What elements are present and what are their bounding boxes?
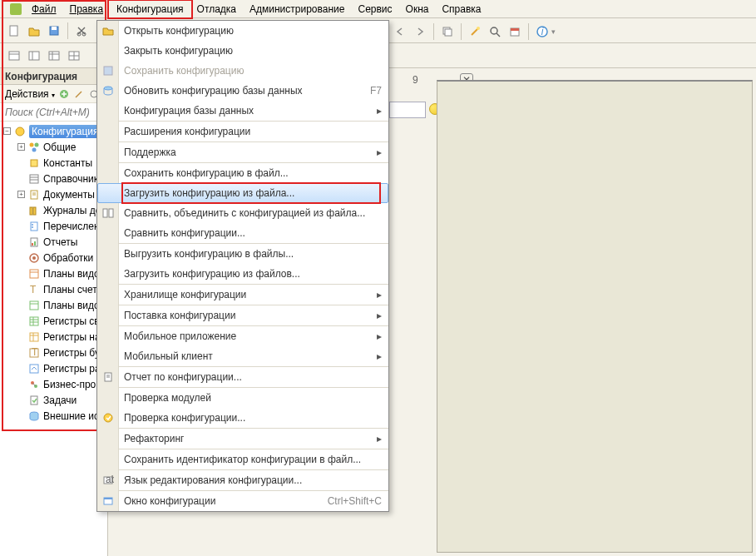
app-icon: [7, 0, 25, 18]
tree-item[interactable]: +Документы: [0, 186, 107, 202]
tab-number: 9: [413, 74, 418, 86]
tree-item[interactable]: Регистры расчета: [0, 360, 107, 376]
menu-help[interactable]: Справка: [435, 2, 487, 17]
svg-point-28: [30, 142, 34, 146]
menu-compare[interactable]: Сравнить конфигурации...: [97, 223, 388, 243]
menu-file[interactable]: Файл: [25, 2, 63, 17]
tree-item[interactable]: ТРегистры бухгалтерии: [0, 345, 107, 360]
menu-import-files[interactable]: Загрузить конфигурацию из файлов...: [97, 264, 388, 284]
menu-mobile-app[interactable]: Мобильное приложение▸: [97, 326, 388, 346]
svg-rect-3: [52, 27, 57, 30]
menu-repository[interactable]: Хранилище конфигурации▸: [97, 285, 388, 305]
magnify-icon[interactable]: [486, 22, 504, 41]
menu-load-from-file[interactable]: Загрузить конфигурацию из файла...: [97, 183, 388, 203]
menu-configuration[interactable]: Конфигурация: [110, 2, 190, 17]
tree-item[interactable]: Бизнес-процессы: [0, 376, 107, 392]
svg-text:ab: ab: [106, 474, 114, 485]
arrow-back-icon[interactable]: [391, 22, 409, 41]
open-icon[interactable]: [25, 22, 43, 40]
svg-rect-6: [9, 52, 19, 60]
content-area: [437, 80, 753, 553]
menu-close-config[interactable]: Закрыть конфигурацию: [97, 41, 388, 61]
chevron-right-icon: ▸: [377, 433, 382, 444]
menu-edit-lang[interactable]: abЯзык редактирования конфигурации...: [97, 470, 388, 490]
tree-item[interactable]: Константы: [0, 155, 107, 171]
search-input[interactable]: [0, 103, 107, 121]
tree-item[interactable]: Журналы документов: [0, 202, 107, 218]
arrow-forward-icon[interactable]: [411, 22, 429, 41]
db-update-icon: [101, 83, 116, 98]
menu-edit[interactable]: Правка: [63, 2, 111, 17]
actions-dropdown[interactable]: Действия ▾: [5, 88, 55, 100]
svg-rect-53: [30, 317, 38, 325]
cut-icon[interactable]: [72, 22, 91, 40]
svg-rect-79: [104, 498, 112, 499]
menu-mobile-client[interactable]: Мобильный клиент▸: [97, 346, 388, 366]
menu-save-to-file[interactable]: Сохранить конфигурацию в файл...: [97, 163, 388, 183]
save-icon: [101, 63, 116, 78]
tree-item[interactable]: Внешние источники: [0, 408, 107, 424]
folder-open-icon: [101, 23, 116, 38]
menu-extensions[interactable]: Расширения конфигурации: [97, 122, 388, 141]
tree-item[interactable]: Планы видов: [0, 297, 107, 313]
menu-save-id[interactable]: Сохранить идентификатор конфигурации в ф…: [97, 449, 388, 469]
menu-save-config[interactable]: Сохранить конфигурацию: [97, 61, 388, 81]
wand-icon[interactable]: [466, 22, 484, 41]
tree-item[interactable]: Отчеты: [0, 234, 107, 250]
sheet1-icon[interactable]: [5, 47, 23, 65]
svg-rect-17: [445, 29, 452, 36]
tree-item[interactable]: Регистры накопления: [0, 329, 107, 345]
svg-point-69: [104, 87, 112, 90]
menu-export-files[interactable]: Выгрузить конфигурацию в файлы...: [97, 244, 388, 264]
menu-administration[interactable]: Администрирование: [243, 2, 351, 17]
svg-rect-66: [31, 396, 37, 405]
svg-rect-22: [511, 28, 519, 31]
menu-config-report[interactable]: Отчет по конфигурации...: [97, 367, 388, 387]
menu-update-db[interactable]: Обновить конфигурацию базы данныхF7: [97, 81, 388, 101]
sheet3-icon[interactable]: [45, 47, 63, 65]
svg-rect-57: [30, 333, 38, 341]
tree-item[interactable]: Обработки: [0, 250, 107, 266]
sheet4-icon[interactable]: [65, 47, 83, 65]
menu-windows[interactable]: Окна: [399, 2, 436, 17]
small-field[interactable]: [389, 102, 426, 118]
report-icon: [101, 370, 116, 385]
menu-delivery[interactable]: Поставка конфигурации▸: [97, 305, 388, 325]
menu-support[interactable]: Поддержка▸: [97, 142, 388, 162]
menu-service[interactable]: Сервис: [351, 2, 398, 17]
menu-open-config[interactable]: Открыть конфигурацию: [97, 21, 388, 41]
tree-item[interactable]: Задачи: [0, 392, 107, 408]
tree-item[interactable]: Регистры сведений: [0, 313, 107, 329]
tree-item[interactable]: Планы видов: [0, 266, 107, 281]
menu-config-window[interactable]: Окно конфигурацииCtrl+Shift+C: [97, 491, 388, 511]
info-icon[interactable]: i: [533, 22, 551, 41]
chevron-right-icon: ▸: [377, 289, 382, 300]
tree-item[interactable]: ТПланы счетов: [0, 281, 107, 297]
svg-rect-10: [49, 52, 59, 60]
svg-rect-44: [32, 243, 33, 246]
svg-rect-40: [31, 222, 37, 231]
window-icon: [101, 494, 116, 509]
tree-root[interactable]: − Конфигурация: [0, 123, 107, 139]
menu-check-modules[interactable]: Проверка модулей: [97, 388, 388, 408]
tree-item[interactable]: +Общие: [0, 139, 107, 155]
svg-line-20: [497, 33, 500, 37]
calendar-icon[interactable]: [506, 22, 524, 41]
add-icon[interactable]: [58, 88, 70, 100]
menu-refactoring[interactable]: Рефакторинг▸: [97, 429, 388, 449]
svg-text:Т: Т: [30, 284, 37, 295]
copy-icon[interactable]: [438, 22, 457, 41]
menu-compare-merge[interactable]: Сравнить, объединить с конфигурацией из …: [97, 203, 388, 223]
new-icon[interactable]: [5, 22, 23, 40]
save-icon[interactable]: [45, 22, 63, 40]
svg-point-41: [32, 224, 33, 226]
svg-rect-71: [109, 209, 113, 217]
tree-item[interactable]: Перечисления: [0, 218, 107, 234]
menu-debug[interactable]: Отладка: [190, 2, 243, 17]
sheet2-icon[interactable]: [25, 47, 43, 65]
tree-item[interactable]: Справочники: [0, 171, 107, 186]
svg-point-29: [35, 142, 39, 146]
menu-check-config[interactable]: Проверка конфигурации...: [97, 408, 388, 428]
menu-db-config[interactable]: Конфигурация базы данных▸: [97, 101, 388, 121]
wand2-icon[interactable]: [73, 88, 85, 100]
